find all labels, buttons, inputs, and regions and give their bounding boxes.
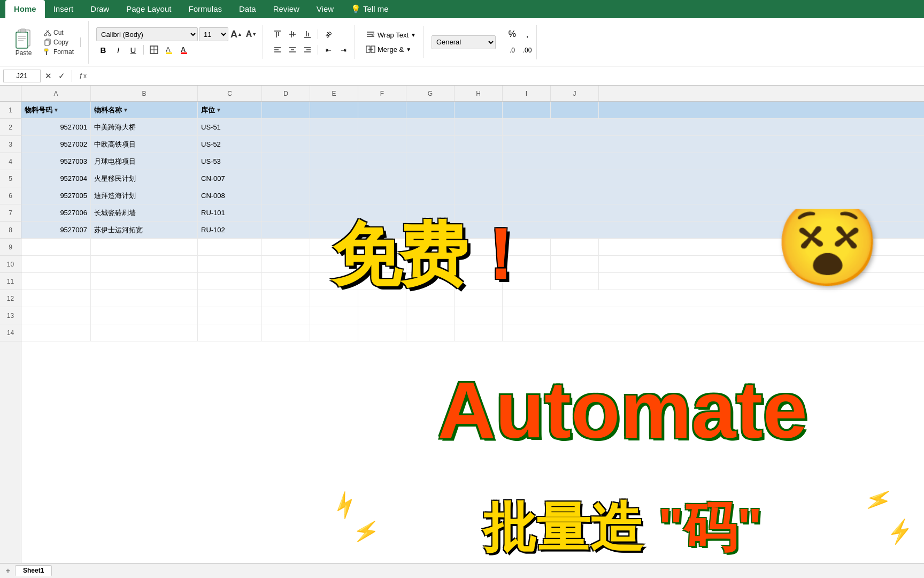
col-header-b[interactable]: B	[91, 86, 198, 101]
table-row[interactable]	[21, 307, 924, 324]
cell-reference-input[interactable]	[3, 70, 41, 82]
cell-g8[interactable]	[406, 222, 455, 238]
fill-color-button[interactable]: A	[162, 43, 176, 57]
table-row[interactable]: 9527007 苏伊士运河拓宽 RU-102	[21, 222, 924, 239]
cell-c1[interactable]: 库位 ▼	[198, 102, 262, 118]
number-format-selector[interactable]: General Number Currency Short Date Long …	[432, 35, 496, 49]
cell-b12[interactable]	[91, 290, 198, 307]
table-row[interactable]	[21, 273, 924, 290]
col-header-h[interactable]: H	[455, 86, 503, 101]
cell-a7[interactable]: 9527006	[21, 204, 91, 221]
paste-button[interactable]: Paste	[10, 26, 37, 59]
cell-e14[interactable]	[310, 324, 358, 341]
cell-b13[interactable]	[91, 307, 198, 324]
filter-arrow-b[interactable]: ▼	[123, 107, 128, 113]
cell-b6[interactable]: 迪拜造海计划	[91, 187, 198, 204]
cell-b2[interactable]: 中美跨海大桥	[91, 119, 198, 135]
cell-b11[interactable]	[91, 273, 198, 290]
table-row[interactable]: 物料号码 ▼ 物料名称 ▼ 库位 ▼	[21, 102, 924, 119]
cell-h1[interactable]	[455, 102, 503, 118]
filter-arrow-a[interactable]: ▼	[53, 107, 59, 113]
cell-a9[interactable]	[21, 239, 91, 255]
cell-a12[interactable]	[21, 290, 91, 307]
align-center-button[interactable]	[286, 43, 299, 57]
cell-f11[interactable]	[358, 273, 406, 290]
cut-button[interactable]: Cut	[42, 28, 76, 37]
table-row[interactable]	[21, 324, 924, 341]
text-orient-button[interactable]: ab	[319, 25, 338, 44]
cell-a5[interactable]: 9527004	[21, 170, 91, 187]
cell-f6[interactable]	[358, 187, 406, 204]
cell-b5[interactable]: 火星移民计划	[91, 170, 198, 187]
cell-d2[interactable]	[262, 119, 310, 135]
increase-decimal-button[interactable]: .0	[505, 43, 519, 57]
italic-button[interactable]: I	[111, 43, 125, 57]
cell-f3[interactable]	[358, 136, 406, 153]
cell-e13[interactable]	[310, 307, 358, 324]
filter-arrow-c[interactable]: ▼	[216, 107, 221, 113]
cell-g6[interactable]	[406, 187, 455, 204]
col-header-f[interactable]: F	[358, 86, 406, 101]
cell-h6[interactable]	[455, 187, 503, 204]
cell-d4[interactable]	[262, 153, 310, 170]
cell-a2[interactable]: 9527001	[21, 119, 91, 135]
cell-f8[interactable]	[358, 222, 406, 238]
cell-e6[interactable]	[310, 187, 358, 204]
cell-h9[interactable]	[455, 239, 503, 255]
insert-function-button[interactable]: fx	[76, 72, 90, 80]
bold-button[interactable]: B	[96, 43, 110, 57]
merge-center-button[interactable]: Merge & ▼	[363, 43, 414, 56]
cell-c7[interactable]: RU-101	[198, 204, 262, 221]
cell-h11[interactable]	[455, 273, 503, 290]
tab-review[interactable]: Review	[265, 0, 308, 18]
cell-g1[interactable]	[406, 102, 455, 118]
cell-a11[interactable]	[21, 273, 91, 290]
col-header-i[interactable]: I	[503, 86, 551, 101]
cell-g7[interactable]	[406, 204, 455, 221]
cell-d1[interactable]	[262, 102, 310, 118]
tab-data[interactable]: Data	[230, 0, 265, 18]
cell-f13[interactable]	[358, 307, 406, 324]
cell-d3[interactable]	[262, 136, 310, 153]
formula-input[interactable]	[92, 70, 921, 82]
add-sheet-button[interactable]: +	[2, 565, 14, 577]
cell-b4[interactable]: 月球电梯项目	[91, 153, 198, 170]
cell-h4[interactable]	[455, 153, 503, 170]
col-header-j[interactable]: J	[551, 86, 599, 101]
table-row[interactable]	[21, 256, 924, 273]
cell-j10[interactable]	[551, 256, 599, 272]
underline-button[interactable]: U	[126, 43, 140, 57]
cell-e7[interactable]	[310, 204, 358, 221]
align-top-button[interactable]	[271, 27, 284, 41]
cell-f2[interactable]	[358, 119, 406, 135]
cell-g9[interactable]	[406, 239, 455, 255]
cancel-formula-icon[interactable]: ✕	[43, 71, 54, 81]
cell-d7[interactable]	[262, 204, 310, 221]
cell-d10[interactable]	[262, 256, 310, 272]
cell-i9[interactable]	[503, 239, 551, 255]
cell-d11[interactable]	[262, 273, 310, 290]
cell-h12[interactable]	[455, 290, 503, 307]
cell-b8[interactable]: 苏伊士运河拓宽	[91, 222, 198, 238]
cell-g3[interactable]	[406, 136, 455, 153]
font-shrink-button[interactable]: A▼	[244, 27, 258, 41]
cell-a1[interactable]: 物料号码 ▼	[21, 102, 91, 118]
col-header-e[interactable]: E	[310, 86, 358, 101]
cell-h2[interactable]	[455, 119, 503, 135]
cell-h8[interactable]	[455, 222, 503, 238]
col-header-c[interactable]: C	[198, 86, 262, 101]
align-bottom-button[interactable]	[301, 27, 314, 41]
cell-c12[interactable]	[198, 290, 262, 307]
cell-g2[interactable]	[406, 119, 455, 135]
font-grow-button[interactable]: A▲	[229, 27, 243, 41]
cell-b3[interactable]: 中欧高铁项目	[91, 136, 198, 153]
cell-a14[interactable]	[21, 324, 91, 341]
cell-e2[interactable]	[310, 119, 358, 135]
cell-g4[interactable]	[406, 153, 455, 170]
cell-c5[interactable]: CN-007	[198, 170, 262, 187]
table-row[interactable]: 9527003 月球电梯项目 US-53	[21, 153, 924, 170]
cell-a8[interactable]: 9527007	[21, 222, 91, 238]
table-row[interactable]: 9527005 迪拜造海计划 CN-008	[21, 187, 924, 204]
cell-f9[interactable]	[358, 239, 406, 255]
font-color-button[interactable]: A	[177, 43, 191, 57]
